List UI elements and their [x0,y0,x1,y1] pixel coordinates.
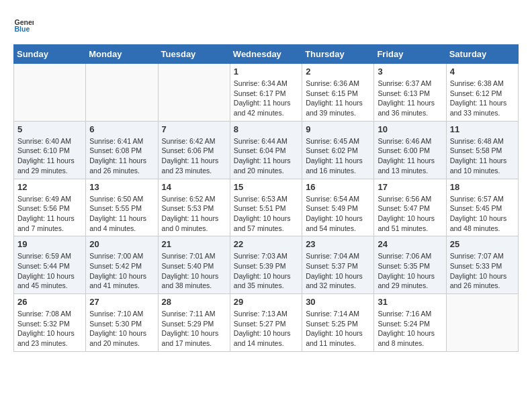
calendar-cell: 9Sunrise: 6:45 AM Sunset: 6:02 PM Daylig… [302,121,374,179]
day-number: 3 [378,66,442,77]
calendar-cell: 26Sunrise: 7:08 AM Sunset: 5:32 PM Dayli… [14,294,86,352]
calendar-cell: 25Sunrise: 7:07 AM Sunset: 5:33 PM Dayli… [446,236,518,294]
day-info: Sunrise: 6:59 AM Sunset: 5:44 PM Dayligh… [17,251,82,291]
day-number: 7 [162,124,226,134]
calendar-cell: 14Sunrise: 6:52 AM Sunset: 5:53 PM Dayli… [158,179,230,236]
day-number: 29 [234,297,298,307]
day-info: Sunrise: 7:10 AM Sunset: 5:30 PM Dayligh… [89,309,154,349]
calendar-cell: 30Sunrise: 7:14 AM Sunset: 5:25 PM Dayli… [302,294,374,352]
calendar-cell: 29Sunrise: 7:13 AM Sunset: 5:27 PM Dayli… [230,294,302,352]
day-info: Sunrise: 7:16 AM Sunset: 5:24 PM Dayligh… [378,309,442,349]
day-info: Sunrise: 7:00 AM Sunset: 5:42 PM Dayligh… [89,251,154,291]
day-info: Sunrise: 6:52 AM Sunset: 5:53 PM Dayligh… [162,194,226,234]
day-number: 26 [17,297,82,307]
calendar-week-2: 5Sunrise: 6:40 AM Sunset: 6:10 PM Daylig… [14,121,519,179]
day-number: 21 [162,239,226,249]
day-number: 23 [306,239,370,249]
calendar-week-3: 12Sunrise: 6:49 AM Sunset: 5:56 PM Dayli… [14,179,519,236]
day-info: Sunrise: 6:54 AM Sunset: 5:49 PM Dayligh… [306,194,370,234]
calendar-cell: 7Sunrise: 6:42 AM Sunset: 6:06 PM Daylig… [158,121,230,179]
day-info: Sunrise: 6:48 AM Sunset: 5:58 PM Dayligh… [450,136,515,176]
day-info: Sunrise: 7:01 AM Sunset: 5:40 PM Dayligh… [162,251,226,291]
day-info: Sunrise: 6:34 AM Sunset: 6:17 PM Dayligh… [234,79,298,118]
calendar-cell: 19Sunrise: 6:59 AM Sunset: 5:44 PM Dayli… [14,236,86,294]
svg-text:Blue: Blue [15,25,30,33]
day-header-wednesday: Wednesday [230,45,302,64]
calendar-cell: 27Sunrise: 7:10 AM Sunset: 5:30 PM Dayli… [86,294,158,352]
day-number: 10 [378,124,442,134]
day-number: 6 [89,124,154,134]
calendar-table: SundayMondayTuesdayWednesdayThursdayFrid… [13,44,519,352]
day-number: 22 [234,239,298,249]
day-info: Sunrise: 6:50 AM Sunset: 5:55 PM Dayligh… [89,194,154,234]
day-header-tuesday: Tuesday [158,45,230,64]
day-number: 16 [306,182,370,192]
day-number: 24 [378,239,442,249]
calendar-cell: 31Sunrise: 7:16 AM Sunset: 5:24 PM Dayli… [374,294,446,352]
day-number: 28 [162,297,226,307]
day-number: 4 [450,66,515,77]
day-number: 9 [306,124,370,134]
calendar-cell [14,64,86,122]
day-number: 11 [450,124,515,134]
logo: General Blue [13,13,36,34]
calendar-week-1: 1Sunrise: 6:34 AM Sunset: 6:17 PM Daylig… [14,64,519,122]
day-number: 15 [234,182,298,192]
calendar-cell: 24Sunrise: 7:06 AM Sunset: 5:35 PM Dayli… [374,236,446,294]
calendar-cell: 28Sunrise: 7:11 AM Sunset: 5:29 PM Dayli… [158,294,230,352]
day-info: Sunrise: 6:57 AM Sunset: 5:45 PM Dayligh… [450,194,515,234]
day-info: Sunrise: 6:42 AM Sunset: 6:06 PM Dayligh… [162,136,226,176]
calendar-cell: 13Sunrise: 6:50 AM Sunset: 5:55 PM Dayli… [86,179,158,236]
day-number: 18 [450,182,515,192]
day-header-friday: Friday [374,45,446,64]
calendar-cell: 18Sunrise: 6:57 AM Sunset: 5:45 PM Dayli… [446,179,518,236]
day-info: Sunrise: 7:14 AM Sunset: 5:25 PM Dayligh… [306,309,370,349]
header-row: SundayMondayTuesdayWednesdayThursdayFrid… [14,45,519,64]
day-info: Sunrise: 6:37 AM Sunset: 6:13 PM Dayligh… [378,79,442,118]
day-info: Sunrise: 6:45 AM Sunset: 6:02 PM Dayligh… [306,136,370,176]
day-number: 19 [17,239,82,249]
calendar-cell [158,64,230,122]
logo-icon: General Blue [13,13,34,34]
day-info: Sunrise: 6:46 AM Sunset: 6:00 PM Dayligh… [378,136,442,176]
calendar-cell: 5Sunrise: 6:40 AM Sunset: 6:10 PM Daylig… [14,121,86,179]
day-number: 25 [450,239,515,249]
day-number: 17 [378,182,442,192]
day-number: 1 [234,66,298,77]
calendar-cell: 12Sunrise: 6:49 AM Sunset: 5:56 PM Dayli… [14,179,86,236]
day-header-thursday: Thursday [302,45,374,64]
calendar-week-4: 19Sunrise: 6:59 AM Sunset: 5:44 PM Dayli… [14,236,519,294]
day-number: 27 [89,297,154,307]
day-info: Sunrise: 7:04 AM Sunset: 5:37 PM Dayligh… [306,251,370,291]
calendar-cell: 11Sunrise: 6:48 AM Sunset: 5:58 PM Dayli… [446,121,518,179]
calendar-cell: 20Sunrise: 7:00 AM Sunset: 5:42 PM Dayli… [86,236,158,294]
calendar-cell: 16Sunrise: 6:54 AM Sunset: 5:49 PM Dayli… [302,179,374,236]
calendar-cell [446,294,518,352]
day-info: Sunrise: 6:38 AM Sunset: 6:12 PM Dayligh… [450,79,515,118]
day-info: Sunrise: 7:06 AM Sunset: 5:35 PM Dayligh… [378,251,442,291]
day-header-saturday: Saturday [446,45,518,64]
day-number: 2 [306,66,370,77]
day-header-sunday: Sunday [14,45,86,64]
day-info: Sunrise: 6:56 AM Sunset: 5:47 PM Dayligh… [378,194,442,234]
day-info: Sunrise: 6:41 AM Sunset: 6:08 PM Dayligh… [89,136,154,176]
day-info: Sunrise: 6:36 AM Sunset: 6:15 PM Dayligh… [306,79,370,118]
day-info: Sunrise: 7:08 AM Sunset: 5:32 PM Dayligh… [17,309,82,349]
calendar-cell: 2Sunrise: 6:36 AM Sunset: 6:15 PM Daylig… [302,64,374,122]
calendar-cell: 8Sunrise: 6:44 AM Sunset: 6:04 PM Daylig… [230,121,302,179]
calendar-cell: 23Sunrise: 7:04 AM Sunset: 5:37 PM Dayli… [302,236,374,294]
calendar-cell: 10Sunrise: 6:46 AM Sunset: 6:00 PM Dayli… [374,121,446,179]
calendar-cell [86,64,158,122]
day-number: 8 [234,124,298,134]
day-info: Sunrise: 7:13 AM Sunset: 5:27 PM Dayligh… [234,309,298,349]
calendar-cell: 17Sunrise: 6:56 AM Sunset: 5:47 PM Dayli… [374,179,446,236]
day-info: Sunrise: 7:11 AM Sunset: 5:29 PM Dayligh… [162,309,226,349]
calendar-cell: 4Sunrise: 6:38 AM Sunset: 6:12 PM Daylig… [446,64,518,122]
calendar-cell: 1Sunrise: 6:34 AM Sunset: 6:17 PM Daylig… [230,64,302,122]
day-info: Sunrise: 6:49 AM Sunset: 5:56 PM Dayligh… [17,194,82,234]
page-header: General Blue [13,13,519,34]
day-info: Sunrise: 6:53 AM Sunset: 5:51 PM Dayligh… [234,194,298,234]
day-number: 14 [162,182,226,192]
day-info: Sunrise: 6:40 AM Sunset: 6:10 PM Dayligh… [17,136,82,176]
day-number: 20 [89,239,154,249]
